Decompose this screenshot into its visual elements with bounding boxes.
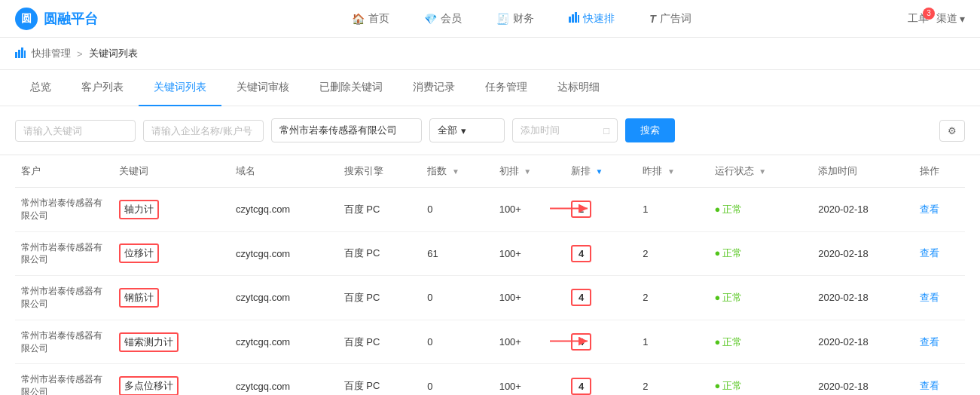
tab-deleted-keywords[interactable]: 已删除关键词 xyxy=(304,70,398,106)
cell-status: ●正常 xyxy=(709,231,813,276)
channel-btn[interactable]: 渠道 ▾ xyxy=(936,12,965,26)
col-customer: 客户 xyxy=(15,155,113,188)
col-domain: 域名 xyxy=(230,155,338,188)
cell-keyword: 钢筋计 xyxy=(113,276,230,320)
status-sort-icon: ▼ xyxy=(759,167,766,176)
col-keyword: 关键词 xyxy=(113,155,230,188)
cell-customer: 常州市岩泰传感器有限公司 xyxy=(15,188,113,232)
cell-action[interactable]: 查看 xyxy=(914,364,965,395)
status-dot-icon: ● xyxy=(715,292,721,303)
channel-label: 渠道 xyxy=(936,12,957,26)
cell-yesterday-rank: 1 xyxy=(637,320,708,364)
cell-domain: czytcgq.com xyxy=(230,188,338,232)
status-text: 正常 xyxy=(722,204,742,215)
nav-home-label: 首页 xyxy=(368,12,389,26)
cell-index: 61 xyxy=(421,231,493,276)
search-button[interactable]: 搜索 xyxy=(625,118,675,142)
cell-add-time: 2020-02-18 xyxy=(812,276,913,320)
chevron-down-icon: ▾ xyxy=(960,13,965,25)
status-dot-icon: ● xyxy=(715,204,721,215)
nav-home[interactable]: 🏠 首页 xyxy=(346,9,395,29)
cell-index: 0 xyxy=(421,320,493,364)
status-dot-icon: ● xyxy=(715,336,721,348)
adword-icon: T xyxy=(649,13,656,25)
view-link[interactable]: 查看 xyxy=(920,380,939,391)
tools-btn[interactable]: 工单 3 xyxy=(908,12,929,26)
svg-rect-6 xyxy=(21,47,23,58)
svg-rect-1 xyxy=(572,14,574,23)
tab-keyword-review[interactable]: 关键词审核 xyxy=(221,70,304,106)
col-yesterday-rank[interactable]: 昨排 ▼ xyxy=(637,155,708,188)
cell-status: ●正常 xyxy=(709,188,813,232)
cell-add-time: 2020-02-18 xyxy=(812,364,913,395)
breadcrumb-separator: > xyxy=(77,48,83,60)
nav-member[interactable]: 💎 会员 xyxy=(418,9,468,29)
cell-action[interactable]: 查看 xyxy=(914,188,965,232)
tab-overview[interactable]: 总览 xyxy=(15,70,66,106)
svg-rect-4 xyxy=(15,52,17,58)
nav-finance-label: 财务 xyxy=(513,12,534,26)
col-new-rank[interactable]: 新排 ▼ xyxy=(565,155,637,188)
svg-rect-2 xyxy=(575,12,577,23)
date-picker[interactable]: 添加时间 □ xyxy=(512,118,618,142)
status-text: 正常 xyxy=(722,336,742,348)
new-rank-sort-icon: ▼ xyxy=(596,167,603,176)
col-init-rank[interactable]: 初排 ▼ xyxy=(493,155,565,188)
company-value-display[interactable]: 常州市岩泰传感器有限公司 xyxy=(271,118,422,142)
index-sort-icon: ▼ xyxy=(452,167,459,176)
nav-quickrank[interactable]: 快速排 xyxy=(563,9,621,29)
tab-task-management[interactable]: 任务管理 xyxy=(470,70,542,106)
settings-button[interactable]: ⚙ xyxy=(939,120,965,142)
main-nav: 🏠 首页 💎 会员 🧾 财务 快速排 T 广告词 xyxy=(136,9,908,29)
cell-action[interactable]: 查看 xyxy=(914,231,965,276)
company-search-input[interactable] xyxy=(143,120,264,142)
table-container: 客户 关键词 域名 搜索引擎 指数 ▼ 初排 ▼ 新排 ▼ xyxy=(0,155,980,395)
cell-engine: 百度 PC xyxy=(338,231,422,276)
col-add-time: 添加时间 xyxy=(812,155,913,188)
rank-improvement-arrow xyxy=(550,201,595,217)
header: 圆 圆融平台 🏠 首页 💎 会员 🧾 财务 快速排 xyxy=(0,0,980,38)
cell-action[interactable]: 查看 xyxy=(914,320,965,364)
table-row: 常州市岩泰传感器有限公司轴力计czytcgq.com百度 PC0100+ 21●… xyxy=(15,188,965,232)
nav-adword[interactable]: T 广告词 xyxy=(643,9,698,29)
finance-icon: 🧾 xyxy=(496,13,509,25)
cell-engine: 百度 PC xyxy=(338,188,422,232)
home-icon: 🏠 xyxy=(352,13,365,25)
breadcrumb-parent[interactable]: 快排管理 xyxy=(32,47,71,60)
keyword-highlight: 锚索测力计 xyxy=(119,332,179,352)
col-action: 操作 xyxy=(914,155,965,188)
status-select[interactable]: 全部 ▾ xyxy=(429,118,505,142)
cell-domain: czytcgq.com xyxy=(230,231,338,276)
breadcrumb: 快排管理 > 关键词列表 xyxy=(0,38,980,70)
cell-action[interactable]: 查看 xyxy=(914,276,965,320)
col-index[interactable]: 指数 ▼ xyxy=(421,155,493,188)
table-row: 常州市岩泰传感器有限公司钢筋计czytcgq.com百度 PC0100+42●正… xyxy=(15,276,965,320)
cell-engine: 百度 PC xyxy=(338,364,422,395)
view-link[interactable]: 查看 xyxy=(920,336,939,348)
rank-improvement-arrow xyxy=(550,334,595,350)
nav-quickrank-label: 快速排 xyxy=(583,12,615,26)
cell-add-time: 2020-02-18 xyxy=(812,231,913,276)
tab-consumption[interactable]: 消费记录 xyxy=(398,70,470,106)
table-wrap: 客户 关键词 域名 搜索引擎 指数 ▼ 初排 ▼ 新排 ▼ xyxy=(15,155,965,395)
nav-member-label: 会员 xyxy=(441,12,462,26)
view-link[interactable]: 查看 xyxy=(920,292,939,303)
tools-badge: 3 xyxy=(923,8,935,20)
nav-finance[interactable]: 🧾 财务 xyxy=(490,9,540,29)
col-status[interactable]: 运行状态 ▼ xyxy=(709,155,813,188)
new-rank-highlight: 4 xyxy=(571,289,591,306)
cell-init-rank: 100+ xyxy=(493,320,565,364)
cell-keyword: 轴力计 xyxy=(113,188,230,232)
keyword-search-input[interactable] xyxy=(15,120,136,142)
cell-yesterday-rank: 1 xyxy=(637,188,708,232)
view-link[interactable]: 查看 xyxy=(920,204,939,215)
tab-customer-list[interactable]: 客户列表 xyxy=(66,70,139,106)
view-link[interactable]: 查看 xyxy=(920,247,939,259)
tab-achievement-detail[interactable]: 达标明细 xyxy=(542,70,615,106)
header-right: 工单 3 渠道 ▾ xyxy=(908,12,965,26)
cell-add-time: 2020-02-18 xyxy=(812,320,913,364)
quickrank-icon xyxy=(569,12,579,25)
tab-keyword-list[interactable]: 关键词列表 xyxy=(139,70,221,106)
status-text: 正常 xyxy=(722,292,742,303)
cell-yesterday-rank: 2 xyxy=(637,276,708,320)
